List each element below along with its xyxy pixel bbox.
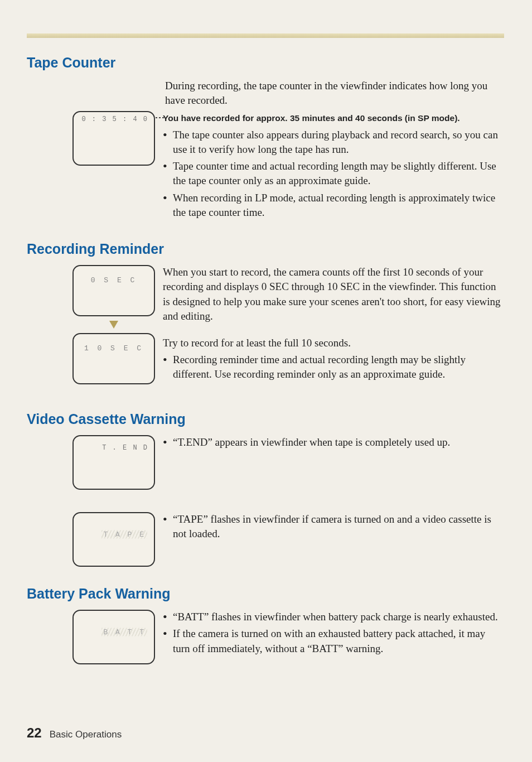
tape-bullets: “TAPE” flashes in viewfinder if camera i… — [163, 512, 504, 541]
section-battery-pack-warning: Battery Pack Warning B A T T “BATT” flas… — [27, 586, 504, 664]
viewfinder-display-10sec: 1 0 S E C — [74, 344, 154, 353]
bullet: When recording in LP mode, actual record… — [163, 191, 504, 220]
recording-reminder-bullets: Recording reminder time and actual recor… — [163, 353, 504, 382]
section-tape-counter: Tape Counter During recording, the tape … — [27, 55, 504, 222]
bullet: “T.END” appears in viewfinder when tape … — [163, 435, 504, 450]
tend-bullets: “T.END” appears in viewfinder when tape … — [163, 435, 504, 450]
viewfinder-reminder-10sec: 1 0 S E C — [72, 333, 155, 384]
heading-video-cassette-warning: Video Cassette Warning — [27, 411, 504, 427]
viewfinder-display-batt: B A T T — [101, 628, 147, 636]
heading-battery-pack-warning: Battery Pack Warning — [27, 586, 504, 602]
bullet: “TAPE” flashes in viewfinder if camera i… — [163, 512, 504, 541]
batt-bullets: “BATT” flashes in viewfinder when batter… — [163, 610, 504, 656]
page-number: 22 — [27, 725, 42, 741]
bullet: Tape counter time and actual recording l… — [163, 159, 504, 188]
viewfinder-batt: B A T T — [72, 610, 155, 664]
tape-counter-intro: During recording, the tape counter in th… — [27, 79, 504, 108]
bullet: Recording reminder time and actual recor… — [163, 353, 504, 382]
leader-line — [156, 117, 165, 118]
heading-recording-reminder: Recording Reminder — [27, 241, 504, 257]
viewfinder-reminder-0sec: 0 S E C — [72, 265, 155, 316]
tape-counter-bold-note: You have recorded for approx. 35 minutes… — [163, 112, 504, 124]
viewfinder-tape: T A P E — [72, 512, 155, 567]
footer-section-label: Basic Operations — [50, 729, 122, 740]
viewfinder-display-tape: T A P E — [101, 530, 147, 538]
manual-page: Tape Counter During recording, the tape … — [0, 0, 532, 762]
bullet: The tape counter also appears during pla… — [163, 128, 504, 157]
bullet: If the camera is turned on with an exhau… — [163, 626, 504, 655]
viewfinder-display-time: 0 : 3 5 : 4 0 — [81, 115, 148, 123]
arrow-down-icon — [109, 321, 118, 329]
viewfinder-tape-counter: 0 : 3 5 : 4 0 — [72, 111, 155, 166]
page-footer: 22 Basic Operations — [27, 725, 122, 741]
section-recording-reminder: Recording Reminder 0 S E C 1 0 S E C Whe… — [27, 241, 504, 384]
top-divider — [27, 33, 504, 38]
heading-tape-counter: Tape Counter — [27, 55, 504, 71]
bullet: “BATT” flashes in viewfinder when batter… — [163, 610, 504, 624]
viewfinder-tend: T . E N D — [72, 435, 155, 490]
tape-counter-bullets: The tape counter also appears during pla… — [163, 128, 504, 220]
recording-reminder-try-note: Try to record for at least the full 10 s… — [163, 336, 504, 350]
section-video-cassette-warning: Video Cassette Warning T . E N D “T.END”… — [27, 411, 504, 567]
flashing-text: B A T T — [101, 628, 147, 636]
tape-counter-intro-text: During recording, the tape counter in th… — [165, 80, 487, 106]
flashing-text: T A P E — [101, 530, 147, 538]
viewfinder-display-0sec: 0 S E C — [74, 276, 154, 284]
recording-reminder-intro: When you start to record, the camera cou… — [163, 265, 504, 324]
viewfinder-display-tend: T . E N D — [102, 444, 148, 452]
